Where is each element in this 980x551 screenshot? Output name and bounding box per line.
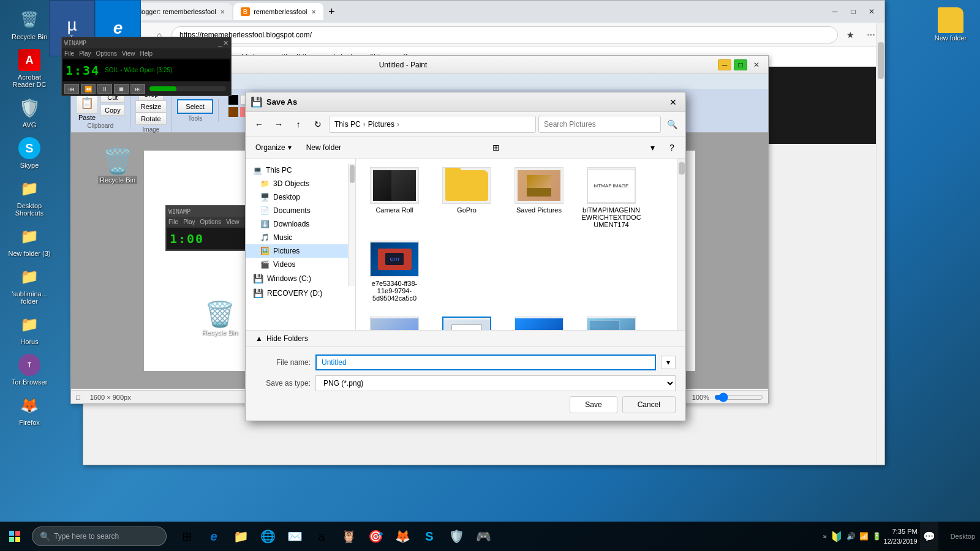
- dialog-up-btn[interactable]: ↑: [290, 116, 307, 133]
- sidebar-desktop[interactable]: 🖥️ Desktop: [246, 190, 348, 204]
- desktop-icon-new-folder-3[interactable]: 📁 New folder (3): [5, 222, 54, 260]
- paint-maximize[interactable]: □: [734, 59, 747, 70]
- copy-button[interactable]: Copy: [100, 105, 125, 116]
- file-bitmap[interactable]: bITMAP IMAGE bITMAPIMAGEINNEWRICHTEXTDOC…: [578, 163, 645, 232]
- nav-pictures[interactable]: Pictures: [368, 120, 394, 129]
- file-untitled3[interactable]: Untitled3: [505, 313, 573, 330]
- taskbar-search[interactable]: 🔍: [32, 527, 167, 546]
- winamp-menu-file[interactable]: File: [64, 50, 74, 57]
- desktop-icon-skype[interactable]: S Skype: [5, 133, 54, 171]
- show-desktop-btn[interactable]: Desktop: [946, 533, 980, 540]
- winamp-menu-options[interactable]: Options: [96, 50, 117, 57]
- winamp-progress[interactable]: [149, 86, 226, 91]
- paint-zoom-slider[interactable]: [714, 392, 763, 402]
- winamp-next[interactable]: ⏭: [130, 84, 145, 94]
- sidebar-3d-objects[interactable]: 📁 3D Objects: [246, 177, 348, 190]
- winamp-minimize[interactable]: _: [218, 39, 222, 47]
- color-brown[interactable]: [228, 107, 238, 117]
- taskbar-tripadvisor[interactable]: 🦉: [336, 522, 361, 551]
- address-bar[interactable]: [172, 26, 838, 43]
- browser-maximize[interactable]: □: [845, 5, 861, 18]
- taskbar-amazon[interactable]: a: [309, 522, 334, 551]
- files-scrollbar[interactable]: [677, 159, 685, 330]
- file-saved-pictures[interactable]: Saved Pictures: [505, 163, 573, 232]
- start-button[interactable]: [0, 522, 29, 551]
- desktop-icon-tor[interactable]: T Tor Browser: [5, 350, 54, 388]
- resize-button[interactable]: Resize: [135, 100, 167, 113]
- tray-battery[interactable]: 🔋: [872, 532, 881, 541]
- dialog-search[interactable]: [538, 116, 661, 133]
- select-button[interactable]: Select: [177, 99, 213, 114]
- new-folder-btn[interactable]: New folder: [299, 141, 349, 154]
- dialog-back-btn[interactable]: ←: [251, 116, 268, 133]
- desktop-icon-horus[interactable]: 📁 Horus: [5, 310, 54, 348]
- dialog-forward-btn[interactable]: →: [270, 116, 287, 133]
- sidebar-music[interactable]: 🎵 Music: [246, 231, 348, 244]
- taskbar-skype-tb[interactable]: S: [417, 522, 442, 551]
- browser-bookmark[interactable]: ★: [842, 26, 859, 43]
- winamp-menu-play[interactable]: Play: [79, 50, 91, 57]
- color-black[interactable]: [228, 95, 238, 105]
- desktop-icon-recycle-bin[interactable]: 🗑️ Recycle Bin: [5, 5, 54, 43]
- nav-path[interactable]: This PC › Pictures ›: [329, 116, 536, 133]
- sidebar-this-pc[interactable]: 💻 This PC: [246, 163, 348, 177]
- sidebar-scrollbar[interactable]: [348, 163, 355, 286]
- sidebar-pictures[interactable]: 🖼️ Pictures: [246, 244, 348, 258]
- desktop-icon-desktop-shortcuts[interactable]: 📁 Desktop Shortcuts: [5, 174, 54, 219]
- file-e7e53340[interactable]: CITI e7e53340-ff38-11e9-9794-5d95042ca5c…: [361, 237, 428, 305]
- organize-btn[interactable]: Organize ▾: [251, 141, 296, 154]
- desktop-icon-acrobat[interactable]: A Acrobat Reader DC: [5, 45, 54, 91]
- sidebar-downloads[interactable]: ⬇️ Downloads: [246, 217, 348, 231]
- winamp-menu-view[interactable]: View: [122, 50, 135, 57]
- view-toggle-btn[interactable]: ⊞: [488, 139, 505, 156]
- taskbar-mail[interactable]: ✉️: [282, 522, 307, 551]
- nav-this-pc[interactable]: This PC: [334, 120, 361, 129]
- tray-network[interactable]: 📶: [859, 532, 869, 541]
- tray-kaspersky[interactable]: 🔰: [831, 531, 843, 542]
- search-input[interactable]: [54, 532, 159, 541]
- desktop-icon-new-folder-right[interactable]: New folder: [926, 5, 975, 44]
- taskbar-task-view[interactable]: ⊞: [174, 522, 200, 551]
- dialog-refresh-btn[interactable]: ↻: [309, 116, 326, 133]
- file-untitled4[interactable]: Untitled4: [578, 313, 645, 330]
- hide-folders-bar[interactable]: ▲ Hide Folders: [246, 330, 685, 347]
- winamp-rew[interactable]: ⏪: [81, 84, 96, 94]
- tray-volume[interactable]: 🔊: [846, 532, 856, 541]
- winamp-pause[interactable]: ⏸: [97, 84, 112, 94]
- recycle-bin-window-icon[interactable]: 🗑️ Recycle Bin: [98, 147, 137, 184]
- cancel-btn[interactable]: Cancel: [622, 396, 676, 413]
- rotate-button[interactable]: Rotate: [135, 113, 166, 125]
- browser-close[interactable]: ✕: [864, 5, 880, 18]
- taskbar-unknown1[interactable]: 🎯: [363, 522, 388, 551]
- desktop-icon-firefox[interactable]: 🦊 Firefox: [5, 391, 54, 429]
- notification-center[interactable]: 💬: [920, 522, 938, 551]
- sidebar-recovery-d[interactable]: 💾 RECOVERY (D:): [246, 286, 355, 301]
- filename-dropdown-btn[interactable]: ▾: [661, 356, 676, 369]
- tray-expand[interactable]: »: [823, 533, 826, 540]
- dialog-search-btn[interactable]: 🔍: [663, 116, 680, 133]
- desktop-icon-sublimina[interactable]: 📁 'sublimina... folder: [5, 262, 54, 307]
- browser-tab-active[interactable]: B rememberlessfool ✕: [233, 3, 323, 20]
- clock[interactable]: 7:35 PM 12/23/2019: [884, 527, 918, 547]
- sidebar-documents[interactable]: 📄 Documents: [246, 204, 348, 217]
- new-tab-btn[interactable]: +: [325, 4, 339, 19]
- dialog-close-btn[interactable]: ✕: [666, 95, 680, 110]
- active-tab-close[interactable]: ✕: [311, 9, 316, 15]
- paint-minimize[interactable]: ─: [718, 59, 731, 70]
- dialog-help-btn[interactable]: ?: [663, 139, 680, 156]
- file-camera-roll[interactable]: Camera Roll: [361, 163, 428, 232]
- taskbar-edge[interactable]: e: [201, 522, 227, 551]
- taskbar-firefox-tb[interactable]: 🦊: [390, 522, 415, 551]
- winamp-prev[interactable]: ⏮: [64, 84, 79, 94]
- file-gopro[interactable]: GoPro: [433, 163, 500, 232]
- browser-scrollbar[interactable]: [876, 23, 884, 465]
- taskbar-chrome[interactable]: 🌐: [255, 522, 281, 551]
- recycle-bin-dialog-icon[interactable]: 🗑️ Recycle Bin: [202, 300, 238, 336]
- paint-close[interactable]: ✕: [750, 59, 763, 70]
- taskbar-kaspersky[interactable]: 🛡️: [443, 522, 469, 551]
- sidebar-windows-c[interactable]: 💾 Windows (C:): [246, 271, 348, 286]
- taskbar-unknown2[interactable]: 🎮: [470, 522, 496, 551]
- desktop-icon-avg[interactable]: 🛡️ AVG: [5, 93, 54, 131]
- winamp-close[interactable]: ✕: [223, 39, 228, 47]
- blogger-tab-close[interactable]: ✕: [220, 9, 225, 15]
